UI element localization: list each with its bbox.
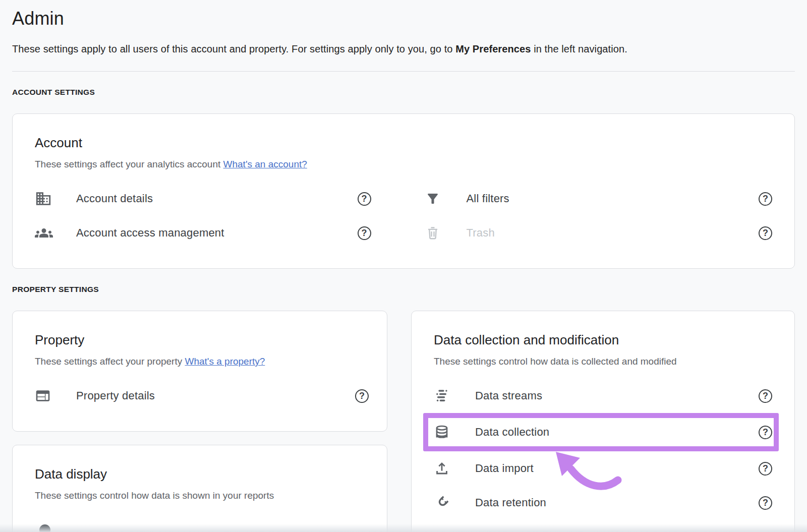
row-label: Property details <box>76 389 155 402</box>
help-icon[interactable]: ? <box>759 226 772 240</box>
admin-page: Admin These settings apply to all users … <box>0 8 807 532</box>
property-column-left: Property These settings affect your prop… <box>12 311 387 532</box>
row-partially-visible <box>35 513 369 532</box>
database-icon <box>434 424 454 440</box>
help-icon[interactable]: ? <box>759 462 772 476</box>
filter-icon <box>425 191 445 206</box>
page-subtitle: These settings apply to all users of thi… <box>12 43 795 55</box>
row-data-retention[interactable]: Data retention ? <box>434 486 772 520</box>
help-icon[interactable]: ? <box>759 389 772 403</box>
data-collection-highlight-box: Data collection ? <box>423 413 779 451</box>
account-card-description: These settings affect your analytics acc… <box>35 158 772 170</box>
row-property-details[interactable]: Property details ? <box>35 379 369 413</box>
section-label-property-settings: PROPERTY SETTINGS <box>12 285 795 294</box>
property-card-description: These settings affect your property What… <box>35 356 369 368</box>
row-trash: Trash ? <box>425 216 773 250</box>
section-label-account-settings: ACCOUNT SETTINGS <box>12 88 795 97</box>
help-icon[interactable]: ? <box>759 426 772 439</box>
subtitle-bold-my-preferences: My Preferences <box>455 43 531 54</box>
magnet-icon <box>434 495 454 511</box>
row-label: Data import <box>475 462 534 475</box>
data-display-card: Data display These settings control how … <box>12 445 387 532</box>
page-title: Admin <box>12 8 795 29</box>
data-display-card-description: These settings control how data is shown… <box>35 490 369 502</box>
help-icon[interactable]: ? <box>358 226 371 240</box>
help-icon[interactable]: ? <box>759 496 772 510</box>
row-label: Account access management <box>76 226 224 240</box>
row-data-streams[interactable]: Data streams ? <box>434 379 772 413</box>
help-icon[interactable]: ? <box>355 389 369 403</box>
account-card: Account These settings affect your analy… <box>12 113 795 269</box>
data-streams-icon <box>434 388 454 404</box>
property-card-title: Property <box>35 331 369 348</box>
row-label: Trash <box>467 226 495 240</box>
property-card: Property These settings affect your prop… <box>12 311 387 432</box>
subtitle-text-after: in the left navigation. <box>531 43 627 54</box>
row-account-access-management[interactable]: Account access management ? <box>35 216 382 250</box>
row-label: All filters <box>467 192 509 205</box>
building-icon <box>35 190 55 207</box>
property-column-right: Data collection and modification These s… <box>411 311 795 532</box>
data-collection-card-title: Data collection and modification <box>434 331 772 348</box>
upload-icon <box>434 460 454 477</box>
row-label: Data collection <box>475 426 549 439</box>
chart-icon <box>39 524 50 532</box>
data-collection-card-description: These settings control how data is colle… <box>434 356 772 368</box>
row-all-filters[interactable]: All filters ? <box>425 182 773 216</box>
row-data-collection[interactable]: Data collection ? <box>434 418 772 446</box>
subtitle-text: These settings apply to all users of thi… <box>12 43 455 54</box>
whats-an-account-link[interactable]: What's an account? <box>223 159 307 169</box>
account-card-rows: Account details ? All filters ? <box>35 182 772 250</box>
data-display-card-title: Data display <box>35 465 369 483</box>
data-collection-card: Data collection and modification These s… <box>411 311 795 532</box>
row-label: Account details <box>76 192 153 205</box>
web-layout-icon <box>35 388 55 404</box>
row-account-details[interactable]: Account details ? <box>35 182 382 216</box>
row-label: Data retention <box>475 496 546 509</box>
help-icon[interactable]: ? <box>358 192 371 206</box>
whats-a-property-link[interactable]: What's a property? <box>185 356 265 367</box>
help-icon[interactable]: ? <box>759 192 772 206</box>
header-divider <box>12 71 795 72</box>
trash-icon <box>425 225 445 241</box>
row-label: Data streams <box>475 389 542 402</box>
row-data-import[interactable]: Data import ? <box>434 451 772 486</box>
groups-icon <box>35 224 55 242</box>
account-card-title: Account <box>35 134 772 151</box>
